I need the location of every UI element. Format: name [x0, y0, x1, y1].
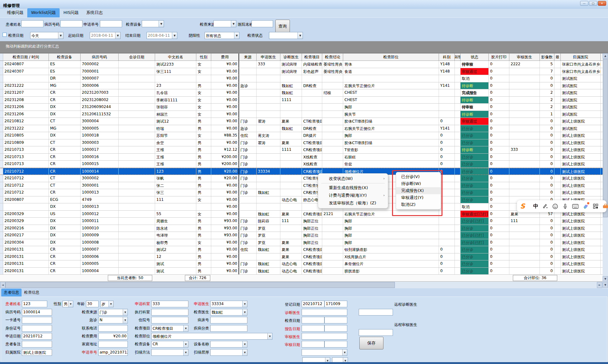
close-icon[interactable]: ✕: [598, 1, 606, 6]
column-header-检查项目[interactable]: 检查项目: [302, 54, 322, 61]
save-button[interactable]: 保存: [359, 337, 383, 349]
table-row[interactable]: 20210809CT3000003余空男¥0.00门诊霍涛夏果CT检查项目胶体C…: [0, 139, 603, 147]
start-date-picker[interactable]: 2018-04-11▼: [90, 32, 121, 39]
menu-item-改变状态(W)[interactable]: 改变状态(W)›: [318, 175, 388, 182]
form-field-combo[interactable]: 岁▼: [100, 301, 114, 307]
column-header-诊断医生[interactable]: 诊断医生: [280, 54, 302, 61]
table-row[interactable]: 20200216DX1000010陈永述男¥93.00门诊罗亚胸部正位胸部已分诊…: [0, 225, 603, 232]
hscroll-thumb[interactable]: [5, 282, 395, 288]
vertical-scrollbar[interactable]: ▲ ▼ ▼: [603, 53, 608, 288]
scroll-down-icon[interactable]: ▼: [603, 276, 608, 282]
filter-combo-检查设备[interactable]: ▼: [142, 20, 164, 27]
bottom-tab-检查信息[interactable]: 检查信息: [22, 289, 42, 297]
form-field-一卡通号[interactable]: [22, 317, 52, 323]
submenu-item-待诊断(W)[interactable]: 待诊断(W): [396, 180, 441, 187]
end-date-picker[interactable]: 2018-04-11▼: [147, 32, 177, 39]
table-row[interactable]: 20231206DX231206090244张朝容女¥0.00胸部待审核02测试…: [0, 104, 603, 111]
column-header-检查结论[interactable]: 检查结论: [322, 54, 343, 61]
table-row[interactable]: 20210713CR1000016王维男¥200.00门诊X线检查右眼眶0已分诊…: [0, 154, 603, 161]
register-time-field[interactable]: 171009: [324, 301, 347, 307]
table-row[interactable]: 20231206DX231206111532林国兰女¥0.00腕关节待诊断01测…: [0, 111, 603, 118]
form-field-患者姓名[interactable]: 123: [22, 301, 47, 307]
column-header-影像数[interactable]: 影像数: [540, 54, 554, 61]
column-header-中文姓名[interactable]: 中文姓名: [155, 54, 196, 61]
bottom-tab-患者信息[interactable]: 患者信息: [1, 289, 22, 297]
filter-input-病历号码[interactable]: [60, 20, 82, 27]
table-row[interactable]: 20200304DX1000008杨帮秀女¥0.00门诊罗亚夏果胸部正位胸部已分…: [0, 239, 603, 246]
report-date-field[interactable]: [302, 325, 324, 332]
column-header-检查日期 / 时间[interactable]: 检查日期 / 时间: [3, 54, 49, 61]
form-field-急诊[interactable]: N▼: [98, 317, 128, 323]
form-field-检查部位[interactable]: 颈椎侧位片▼: [151, 333, 272, 340]
form-field-申请单号[interactable]: amp_2021071217: [98, 349, 128, 356]
microphone-icon[interactable]: [562, 203, 568, 209]
form-field-归属医院[interactable]: 测试上级医院: [22, 349, 52, 356]
filter-input-医院名称[interactable]: [252, 20, 273, 27]
form-field-疾病分类[interactable]: [210, 325, 247, 332]
column-header-胶片打印[interactable]: 胶片打印: [489, 54, 509, 61]
table-row[interactable]: 20200217DX1000009韦泽理男¥93.00门诊罗亚胸部正位胸部已分诊…: [0, 232, 603, 239]
filter-input-申请单号[interactable]: [100, 20, 122, 27]
form-field-家庭地址[interactable]: [98, 341, 128, 348]
form-field-申请日期[interactable]: 20210712: [22, 333, 52, 340]
column-header-检查部位[interactable]: 检查部位: [343, 54, 439, 61]
filter-combo-检查来源[interactable]: ▼: [213, 20, 236, 27]
menu-item-重新生成在线报告(X)[interactable]: 重新生成在线报告(X): [318, 184, 388, 192]
scroll-right-icon[interactable]: ►: [597, 282, 602, 288]
exam-date-preset-combo[interactable]: 今天▼: [30, 32, 63, 39]
table-row[interactable]: 20231222MG3000005特瑞男¥0.00急诊魏如虹DR检查右腕关节正侧…: [0, 125, 603, 132]
keyboard-icon[interactable]: [572, 203, 579, 209]
table-row[interactable]: 20231207CR20231207003孔令琼女¥0.00魏如虹结核CHEST…: [0, 89, 603, 97]
emoji-icon[interactable]: [552, 203, 558, 209]
form-field-申请医生[interactable]: 33334▼: [210, 301, 247, 307]
column-header-性别[interactable]: 性别: [196, 54, 211, 61]
scroll-up-icon[interactable]: ▲: [603, 53, 608, 59]
column-header-费用[interactable]: 费用: [211, 54, 239, 61]
table-row[interactable]: 20231222MG300000623男¥0.00急诊魏如虹DR检查左腕关节正侧…: [0, 82, 603, 90]
tab-维修问题[interactable]: 维修问题: [3, 8, 27, 17]
form-field-扫描层厚[interactable]: ▼: [210, 349, 247, 356]
exam-date-checkbox[interactable]: [3, 33, 7, 37]
table-row[interactable]: 20210712CT3000001张二男¥0.00门诊CT检查项目已分诊00测试…: [0, 182, 603, 189]
table-row[interactable]: 20210712CR1000014123男¥20.00门诊33334CR检查项目…: [0, 168, 603, 175]
table-row[interactable]: 20200329DX1000011周腊生男¥93.00门诊陈莉容111胸部正位胸…: [0, 218, 603, 225]
column-header-申请医生[interactable]: 申请医生: [257, 54, 280, 61]
table-row[interactable]: 20210712CT3000002张帆男¥20.00门诊CT检查项目已分诊00测…: [0, 175, 603, 182]
minimize-icon[interactable]: —: [580, 1, 588, 6]
menu-item-发送审核状态（银海）(Z)[interactable]: 发送审核状态（银海）(Z): [318, 199, 388, 207]
form-field-申请科室[interactable]: 333: [151, 301, 188, 307]
table-row[interactable]: 20240307ES7000001张三111女¥0.00测试病理彩色超声萎缩性胃…: [0, 68, 603, 75]
table-row[interactable]: 20200131CR100000612男¥0.00夏果CR检查项目X线胃肠点片0…: [0, 253, 603, 261]
exam-status-combo[interactable]: ▼: [269, 32, 303, 39]
column-header-归属医院[interactable]: 归属医院: [561, 54, 601, 61]
scroll-corner[interactable]: ▼: [603, 282, 608, 288]
audit-doctor-field[interactable]: [302, 333, 347, 340]
horizontal-scrollbar[interactable]: ◄ ►: [0, 282, 603, 288]
form-field-检查项目[interactable]: CR检查项目▼: [151, 325, 188, 332]
audit-time-field[interactable]: [324, 341, 347, 348]
diagnose-doctor-field[interactable]: [302, 309, 347, 316]
remote-audit-doctor-field[interactable]: [359, 329, 393, 336]
form-field-执行科室[interactable]: [151, 309, 188, 316]
group-by-band[interactable]: 拖动列标题到此处进行分类汇总: [0, 41, 608, 53]
form-field-性别[interactable]: 男▼: [62, 301, 73, 307]
report-time-field[interactable]: [324, 325, 347, 332]
scroll-left-icon[interactable]: ◄: [0, 282, 5, 288]
exam-date-field[interactable]: [302, 317, 324, 323]
extra-combo-1[interactable]: ▼: [302, 349, 347, 356]
maximize-icon[interactable]: ▢: [589, 1, 597, 6]
table-row[interactable]: 20210805DX1000018苏阳节女¥88.35住院蒋文涛DR摄片胸部0已…: [0, 132, 603, 139]
form-field-联系电话[interactable]: [98, 325, 128, 332]
form-field-检查医生[interactable]: 魏如虹▼: [210, 309, 247, 316]
grid-icon[interactable]: [593, 203, 598, 209]
menu-item-计费与退费(银海)(Y)[interactable]: 计费与退费(银海)(Y)›: [318, 192, 388, 199]
remote-diagnose-doctor-field[interactable]: [359, 309, 393, 316]
table-row[interactable]: 20200131CR1000007测试2男¥0.00住院魏如虹夏果CR检查项目钡…: [0, 246, 603, 253]
column-header-会诊日期[interactable]: 会诊日期: [119, 54, 155, 61]
register-date-field[interactable]: 20210712: [302, 301, 324, 307]
filter-input-患者姓名[interactable]: [21, 20, 43, 27]
exam-time-field[interactable]: [324, 317, 347, 323]
chinese-mode-icon[interactable]: 中: [533, 203, 538, 209]
form-field-住院号[interactable]: [151, 317, 188, 323]
table-row[interactable]: DX1000013¥0.00取消00测试上级医院: [0, 203, 603, 211]
